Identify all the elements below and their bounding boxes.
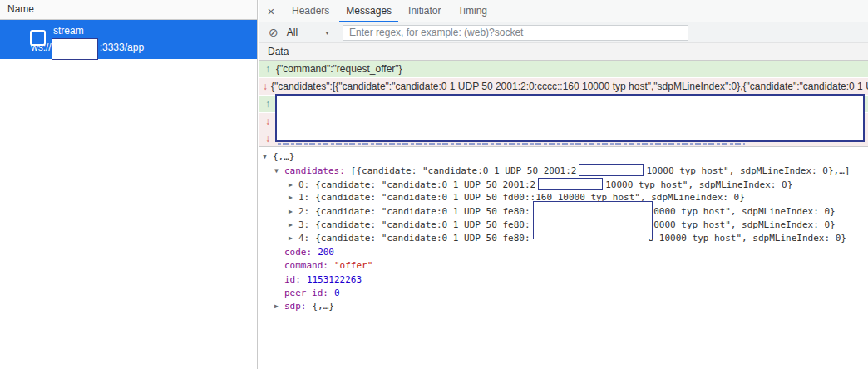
frame-type-dropdown[interactable]: All ▼ (279, 27, 330, 38)
chevron-down-icon: ▼ (324, 30, 330, 36)
redaction-box (579, 164, 644, 176)
triangle-collapsed-icon[interactable] (289, 191, 298, 204)
received-arrow-icon: ↓ (263, 133, 273, 145)
request-row-stream[interactable]: stream ws://:3333/app (0, 20, 257, 59)
property-value: 200 (318, 247, 334, 258)
property-key: peer_id: (284, 288, 328, 298)
json-tree-view: {,…} candidates:[{candidate: "candidate:… (259, 146, 868, 369)
triangle-collapsed-icon[interactable] (274, 300, 284, 313)
property-value: "offer" (334, 260, 372, 271)
object-preview: {candidate: "candidate:0 1 UDP 50 fd00::… (315, 192, 745, 203)
ws-frame-row[interactable]: ↑ {"command":"request_offer"} (259, 61, 868, 78)
tree-row-peer-id: peer_id:0 (259, 287, 868, 300)
clipped-frame-text (278, 143, 745, 145)
requests-panel: Name stream ws://:3333/app (0, 0, 258, 369)
object-preview: {candidate: "candidate:0 1 UDP 50 fe80: (315, 219, 530, 230)
array-index: 4: (298, 233, 309, 244)
clear-icon[interactable]: ⊘ (269, 27, 279, 38)
array-preview: [{candidate: "candidate:0 1 UDP 50 2001:… (351, 165, 577, 176)
sent-arrow-icon: ↑ (263, 63, 273, 75)
array-preview: 10000 typ host", sdpMLineIndex: 0},…] (646, 165, 850, 176)
tree-row-code: code:200 (259, 246, 868, 259)
triangle-collapsed-icon[interactable] (289, 179, 298, 192)
property-value: 1153122263 (307, 274, 362, 285)
property-key: id: (284, 274, 301, 285)
array-index: 2: (298, 206, 309, 217)
request-name: stream (53, 25, 84, 37)
ws-frames-list: ↑ {"command":"request_offer"} ↓ {"candid… (259, 61, 868, 146)
property-key: code: (284, 247, 312, 258)
property-key: command: (284, 260, 328, 271)
redacted-text-gap (530, 240, 649, 241)
request-url-scheme: ws:// (31, 42, 52, 53)
messages-filter-toolbar: ⊘ All ▼ (259, 22, 868, 43)
array-index: 1: (298, 192, 309, 203)
frame-payload: {"command":"request_offer"} (276, 63, 402, 75)
object-preview: 10000 typ host", sdpMLineIndex: 0} (649, 219, 836, 230)
regex-filter-input[interactable] (343, 25, 688, 41)
sent-arrow-icon: ↑ (263, 98, 273, 110)
devtools-network-panel: Name stream ws://:3333/app × Headers Mes… (0, 0, 868, 369)
received-arrow-icon: ↓ (263, 116, 273, 127)
triangle-collapsed-icon[interactable] (289, 205, 298, 219)
tree-root[interactable]: {,…} (259, 150, 868, 164)
request-detail-pane: × Headers Messages Initiator Timing ⊘ Al… (259, 0, 868, 369)
property-value: 0 (334, 288, 340, 298)
object-preview: {candidate: "candidate:0 1 UDP 50 fe80: (315, 206, 530, 217)
frame-payload: {"candidates":[{"candidate":"candidate:0… (271, 81, 868, 92)
property-value: {,…} (313, 301, 335, 312)
triangle-collapsed-icon[interactable] (289, 219, 298, 232)
redaction-box (538, 178, 603, 190)
property-key: candidates: (284, 165, 345, 176)
triangle-collapsed-icon[interactable] (289, 232, 298, 245)
object-preview: {,…} (273, 151, 295, 162)
tree-row-candidate-0[interactable]: 0:{candidate: "candidate:0 1 UDP 50 2001… (259, 178, 868, 191)
redaction-box (52, 38, 98, 60)
array-index: 0: (298, 180, 309, 190)
property-key: sdp: (284, 301, 307, 312)
tree-row-candidates[interactable]: candidates:[{candidate: "candidate:0 1 U… (259, 164, 868, 177)
object-preview: 8 10000 typ host", sdpMLineIndex: 0} (649, 233, 846, 244)
name-column-header: Name (0, 0, 257, 20)
detail-tabbar: × Headers Messages Initiator Timing (259, 0, 868, 22)
received-arrow-icon: ↓ (263, 81, 268, 92)
tree-row-sdp[interactable]: sdp:{,…} (259, 300, 868, 313)
object-preview: 10000 typ host", sdpMLineIndex: 0} (649, 206, 836, 217)
triangle-expanded-icon[interactable] (274, 165, 284, 178)
object-preview: {candidate: "candidate:0 1 UDP 50 2001:2 (315, 180, 535, 190)
tree-row-id: id:1153122263 (259, 273, 868, 287)
tree-row-command: command:"offer" (259, 259, 868, 273)
redaction-box (533, 201, 653, 239)
request-url-path: :3333/app (100, 42, 144, 53)
data-column-header: Data (259, 43, 868, 61)
tab-headers[interactable]: Headers (284, 0, 338, 22)
tab-initiator[interactable]: Initiator (400, 0, 449, 22)
close-icon[interactable]: × (259, 0, 284, 22)
redaction-box (275, 94, 865, 142)
object-preview: 10000 typ host", sdpMLineIndex: 0} (605, 180, 792, 190)
triangle-expanded-icon[interactable] (263, 150, 273, 164)
frame-type-selected: All (287, 27, 298, 38)
array-index: 3: (298, 219, 309, 230)
tab-timing[interactable]: Timing (449, 0, 496, 22)
ws-frame-row[interactable]: ↓ {"candidates":[{"candidate":"candidate… (259, 78, 868, 96)
tab-messages[interactable]: Messages (338, 0, 400, 22)
object-preview: {candidate: "candidate:0 1 UDP 50 fe80: (315, 233, 530, 244)
